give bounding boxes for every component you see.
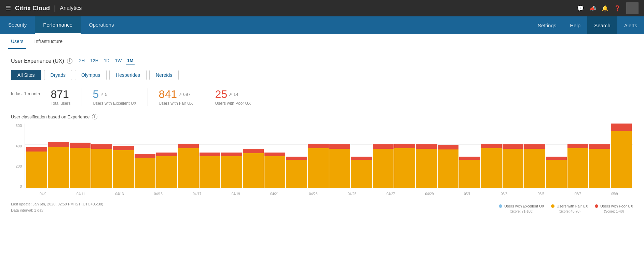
legend-fair: Users with Fair UX (Score: 45-70): [551, 204, 588, 213]
x-label-0: 04/9: [40, 192, 46, 196]
bar-group-18: [416, 124, 437, 188]
bar-group-3: [91, 124, 112, 188]
nav-item-security[interactable]: Security: [0, 16, 35, 34]
chat-icon[interactable]: 💬: [577, 5, 584, 12]
nav-bar: Security Performance Operations Settings…: [0, 16, 644, 34]
nav-left: Security Performance Operations: [0, 16, 122, 34]
poor-count: 25: [215, 88, 228, 100]
ux-title: User Experience (UX): [11, 58, 64, 64]
x-label-3: 04/15: [154, 192, 163, 196]
megaphone-icon[interactable]: 📣: [589, 5, 596, 12]
bar-group-6: [156, 124, 177, 188]
time-filters: 2H 12H 1D 1W 1M: [78, 57, 135, 64]
bar-group-16: [373, 124, 394, 188]
poor-label: Users with Poor UX: [215, 101, 251, 106]
stat-fair: 841 ↗ 697 Users with Fair UX: [148, 88, 204, 106]
time-filter-1d[interactable]: 1D: [102, 57, 111, 64]
chart-y-axis: 600 400 200 0: [11, 124, 25, 188]
chart-container: 600 400 200 0 04/904/1104/1304/1504/1704…: [11, 124, 633, 199]
stat-poor: 25 ↗ 14 Users with Poor UX: [204, 88, 262, 106]
nav-item-operations[interactable]: Operations: [81, 16, 122, 34]
help-icon[interactable]: ❓: [614, 5, 621, 12]
bar-group-4: [113, 124, 134, 188]
logo-area: Citrix Cloud | Analytics: [15, 4, 82, 12]
excellent-arrow: ↗: [100, 92, 104, 97]
nav-alerts[interactable]: Alerts: [617, 16, 644, 34]
poor-arrow: ↗: [229, 92, 232, 97]
x-label-13: 05/5: [538, 192, 544, 196]
bell-icon[interactable]: 🔔: [602, 5, 608, 12]
excellent-label: Users with Excellent UX: [93, 101, 137, 106]
top-bar: ☰ Citrix Cloud | Analytics 💬 📣 🔔 ❓: [0, 0, 644, 16]
chart-footer: Last update: Jan 6th, 2020, 02:59 PM IST…: [11, 201, 633, 213]
bar-group-11: [264, 124, 285, 188]
time-filter-12h[interactable]: 12H: [89, 57, 100, 64]
nav-help[interactable]: Help: [563, 16, 587, 34]
citrix-logo: Citrix Cloud: [15, 5, 50, 12]
stats-row: In last 1 month : 871 Total users 5 ↗ 5 …: [11, 88, 633, 106]
x-label-10: 04/29: [425, 192, 434, 196]
nav-right: Settings Help Search Alerts: [531, 16, 644, 34]
x-label-1: 04/11: [77, 192, 85, 196]
ux-info-icon[interactable]: i: [67, 58, 72, 64]
legend-dot-excellent: [499, 204, 502, 208]
bar-group-8: [200, 124, 220, 188]
excellent-change: 5: [105, 92, 107, 97]
x-label-2: 04/13: [115, 192, 124, 196]
nav-search[interactable]: Search: [587, 16, 617, 34]
site-buttons: All Sites Dryads Olympus Hesperides Nere…: [11, 70, 633, 80]
site-btn-dryads[interactable]: Dryads: [44, 70, 72, 80]
hamburger-menu[interactable]: ☰: [5, 4, 11, 12]
period-label: In last 1 month :: [11, 88, 43, 96]
fair-arrow: ↗: [178, 92, 182, 97]
stat-excellent: 5 ↗ 5 Users with Excellent UX: [82, 88, 148, 106]
time-filter-1w[interactable]: 1W: [114, 57, 123, 64]
legend: Users with Excellent UX (Score: 71-100) …: [499, 204, 633, 213]
bar-group-5: [135, 124, 155, 188]
bar-group-2: [70, 124, 91, 188]
x-label-12: 05/3: [501, 192, 507, 196]
bar-group-17: [394, 124, 415, 188]
subnav-infrastructure[interactable]: Infrastructure: [32, 34, 65, 49]
analytics-label: Analytics: [60, 5, 82, 11]
top-bar-left: ☰ Citrix Cloud | Analytics: [5, 4, 82, 12]
legend-dot-fair: [551, 204, 554, 208]
bar-group-9: [221, 124, 242, 188]
bar-group-7: [178, 124, 199, 188]
time-filter-2h[interactable]: 2H: [78, 57, 86, 64]
site-btn-nereids[interactable]: Nereids: [149, 70, 179, 80]
y-label-0: 0: [20, 184, 22, 188]
bar-group-27: [611, 124, 632, 188]
subnav-users[interactable]: Users: [8, 34, 26, 49]
bar-group-23: [524, 124, 545, 188]
bar-group-13: [308, 124, 329, 188]
bar-group-21: [481, 124, 502, 188]
x-label-4: 04/17: [193, 192, 201, 196]
legend-excellent: Users with Excellent UX (Score: 71-100): [499, 204, 544, 213]
bar-group-14: [329, 124, 350, 188]
top-bar-right: 💬 📣 🔔 ❓: [577, 2, 639, 14]
bar-group-19: [438, 124, 458, 188]
y-label-400: 400: [16, 144, 22, 148]
site-btn-all[interactable]: All Sites: [11, 70, 41, 80]
user-avatar[interactable]: [626, 2, 639, 14]
fair-count: 841: [159, 88, 177, 100]
y-label-600: 600: [16, 124, 22, 128]
bar-group-20: [459, 124, 480, 188]
x-label-11: 05/1: [464, 192, 470, 196]
chart-info-icon[interactable]: i: [92, 114, 97, 119]
nav-item-performance[interactable]: Performance: [35, 16, 81, 34]
site-btn-olympus[interactable]: Olympus: [75, 70, 107, 80]
fair-change: 697: [183, 92, 191, 97]
chart-bars: [25, 124, 633, 188]
time-filter-1m[interactable]: 1M: [126, 57, 135, 64]
chart-title: User classification based on Experience …: [11, 114, 633, 119]
bar-group-15: [351, 124, 372, 188]
bar-group-1: [48, 124, 69, 188]
y-label-200: 200: [16, 164, 22, 168]
site-btn-hesperides[interactable]: Hesperides: [109, 70, 147, 80]
update-info: Last update: Jan 6th, 2020, 02:59 PM IST…: [11, 201, 103, 213]
nav-settings[interactable]: Settings: [531, 16, 563, 34]
legend-dot-poor: [595, 204, 598, 208]
x-label-8: 04/25: [348, 192, 356, 196]
